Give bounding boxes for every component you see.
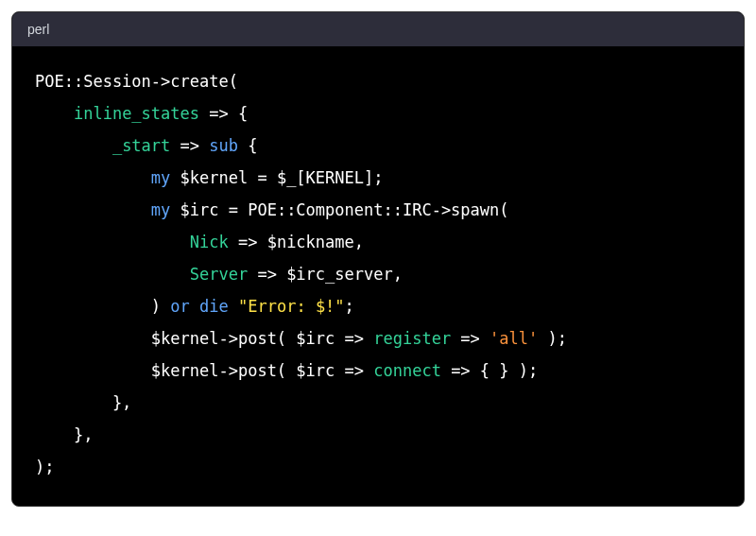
code-token: { (238, 136, 257, 155)
code-token (35, 233, 190, 251)
code-token: ); (35, 458, 54, 476)
code-line: inline_states => { (35, 97, 721, 130)
code-token: ) (35, 297, 170, 316)
code-token (35, 168, 151, 187)
code-token: => $nickname, (229, 233, 364, 251)
code-line: }, (35, 419, 721, 451)
code-header: perl (12, 12, 744, 46)
code-token: ); (538, 329, 567, 348)
code-token: die (199, 297, 229, 316)
code-line: Nick => $nickname, (35, 226, 721, 258)
code-line: _start => sub { (35, 130, 721, 162)
code-token (229, 297, 238, 316)
code-line: Server => $irc_server, (35, 258, 721, 290)
code-token: $kernel->post( $irc => (35, 361, 373, 380)
code-token: inline_states (74, 104, 199, 123)
code-token: }, (35, 425, 93, 444)
code-token: "Error: $!" (238, 297, 345, 316)
code-token: ; (345, 297, 354, 316)
code-line: my $irc = POE::Component::IRC->spawn( (35, 194, 721, 226)
code-token: POE::Session->create( (35, 72, 238, 91)
code-token: $kernel = $_[KERNEL]; (170, 168, 383, 187)
code-line: $kernel->post( $irc => register => 'all'… (35, 322, 721, 354)
code-token: _start (112, 136, 170, 155)
code-token: my (151, 200, 170, 219)
code-line: my $kernel = $_[KERNEL]; (35, 162, 721, 194)
code-token: $irc = POE::Component::IRC->spawn( (170, 200, 508, 219)
code-token (190, 297, 199, 316)
code-token: 'all' (490, 329, 538, 348)
code-token: => (170, 136, 209, 155)
code-token: => (451, 329, 490, 348)
code-token (35, 104, 74, 123)
code-token: register (373, 329, 451, 348)
code-line: ) or die "Error: $!"; (35, 290, 721, 322)
code-line: ); (35, 451, 721, 483)
code-token: Nick (190, 233, 229, 251)
code-token: $kernel->post( $irc => (35, 329, 373, 348)
code-token: or (170, 297, 189, 316)
code-token: => { } ); (441, 361, 538, 380)
code-body[interactable]: POE::Session->create( inline_states => {… (12, 46, 744, 506)
code-token (35, 136, 112, 155)
code-token: my (151, 168, 170, 187)
code-line: }, (35, 387, 721, 419)
code-line: POE::Session->create( (35, 65, 721, 97)
code-token (35, 200, 151, 219)
code-language-label: perl (27, 22, 49, 37)
code-token: connect (373, 361, 441, 380)
code-token: => $irc_server, (248, 265, 403, 284)
code-line: $kernel->post( $irc => connect => { } ); (35, 354, 721, 387)
code-block: perl POE::Session->create( inline_states… (11, 11, 745, 507)
code-token (35, 265, 190, 284)
code-token: => { (199, 104, 248, 123)
code-token: sub (209, 136, 238, 155)
code-token: }, (35, 393, 131, 412)
code-token: Server (190, 265, 248, 284)
